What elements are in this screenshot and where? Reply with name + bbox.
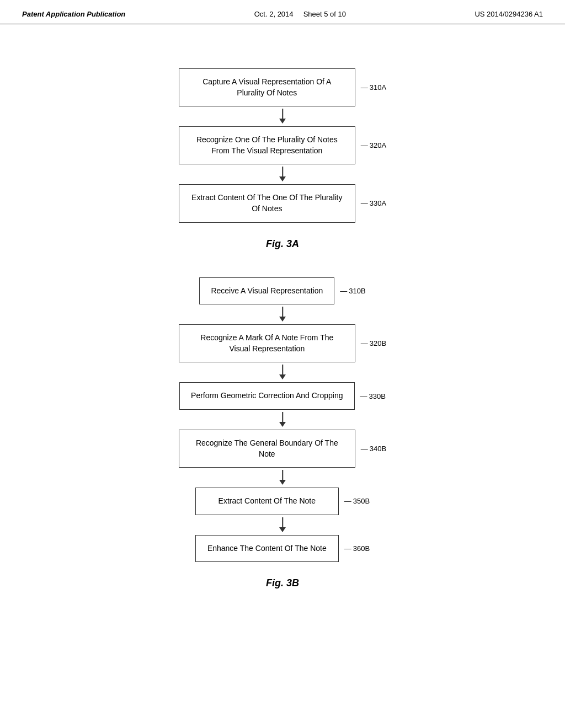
page-content: Capture A Visual Representation Of A Plu… bbox=[0, 24, 565, 633]
box-320b: Recognize A Mark Of A Note From The Visu… bbox=[179, 324, 355, 362]
fig-3a-section: Capture A Visual Representation Of A Plu… bbox=[44, 46, 521, 272]
box-340b: Recognize The General Boundary Of The No… bbox=[179, 430, 355, 468]
label-350b: 350B bbox=[344, 497, 370, 505]
arrow-330b-340b bbox=[200, 410, 365, 430]
box-310b: Receive A Visual Representation bbox=[199, 277, 334, 305]
arrow-310a-320a bbox=[200, 106, 365, 126]
arrow-350b-360b bbox=[200, 515, 365, 535]
box-310a: Capture A Visual Representation Of A Plu… bbox=[179, 68, 355, 106]
box-320a: Recognize One Of The Plurality Of Notes … bbox=[179, 126, 355, 164]
fig-3b-caption: Fig. 3B bbox=[266, 577, 299, 589]
label-360b: 360B bbox=[344, 544, 370, 553]
flow-row-330a: Extract Content Of The One Of The Plural… bbox=[179, 184, 386, 222]
flow-row-340b: Recognize The General Boundary Of The No… bbox=[179, 430, 386, 468]
box-330b: Perform Geometric Correction And Croppin… bbox=[179, 382, 354, 410]
fig-3a-caption: Fig. 3A bbox=[266, 238, 299, 250]
label-310a: 310A bbox=[361, 83, 386, 92]
label-320a: 320A bbox=[361, 141, 386, 149]
arrow-340b-350b bbox=[200, 468, 365, 488]
label-320b: 320B bbox=[361, 339, 386, 347]
header-sheet: Sheet 5 of 10 bbox=[303, 10, 346, 18]
label-330a: 330A bbox=[361, 199, 386, 207]
box-360b: Enhance The Content Of The Note bbox=[195, 535, 339, 563]
label-310b: 310B bbox=[340, 287, 365, 295]
flow-row-320a: Recognize One Of The Plurality Of Notes … bbox=[179, 126, 386, 164]
header-publication-label: Patent Application Publication bbox=[22, 10, 125, 18]
arrow-320b-330b bbox=[200, 362, 365, 382]
fig-3b-section: Receive A Visual Representation 310B Rec… bbox=[44, 272, 521, 612]
label-340b: 340B bbox=[361, 445, 386, 453]
page-header: Patent Application Publication Oct. 2, 2… bbox=[0, 0, 565, 24]
header-date: Oct. 2, 2014 bbox=[254, 10, 294, 18]
label-330b: 330B bbox=[360, 392, 386, 400]
flow-row-310a: Capture A Visual Representation Of A Plu… bbox=[179, 68, 386, 106]
flow-row-320b: Recognize A Mark Of A Note From The Visu… bbox=[179, 324, 386, 362]
header-patent-number: US 2014/0294236 A1 bbox=[475, 10, 543, 18]
box-330a: Extract Content Of The One Of The Plural… bbox=[179, 184, 355, 222]
arrow-320a-330a bbox=[200, 164, 365, 184]
box-350b: Extract Content Of The Note bbox=[195, 488, 339, 515]
header-date-sheet: Oct. 2, 2014 Sheet 5 of 10 bbox=[254, 10, 346, 18]
arrow-310b-320b bbox=[200, 304, 365, 324]
flow-row-360b: Enhance The Content Of The Note 360B bbox=[195, 535, 370, 563]
flow-row-350b: Extract Content Of The Note 350B bbox=[195, 488, 370, 515]
flow-row-310b: Receive A Visual Representation 310B bbox=[199, 277, 365, 305]
flow-row-330b: Perform Geometric Correction And Croppin… bbox=[179, 382, 386, 410]
